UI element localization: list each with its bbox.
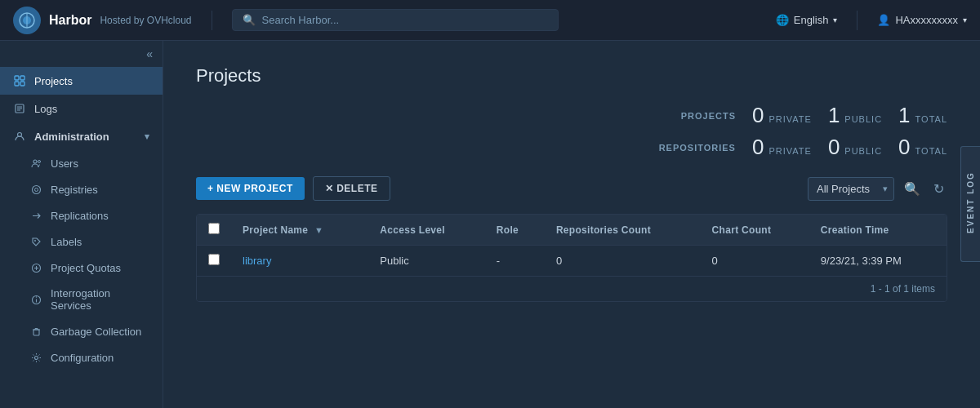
replications-icon: [29, 209, 42, 222]
new-project-button[interactable]: + NEW PROJECT: [196, 177, 305, 200]
sidebar-labels-label: Labels: [51, 236, 82, 248]
row-checkbox[interactable]: [208, 254, 220, 265]
sidebar-administration-label: Administration: [34, 131, 109, 143]
row-role: -: [485, 246, 545, 277]
column-header-access-level: Access Level: [368, 215, 485, 246]
sidebar-item-users[interactable]: Users: [0, 150, 163, 176]
sidebar-item-labels[interactable]: Labels: [0, 228, 163, 255]
svg-rect-5: [15, 82, 19, 86]
sidebar-projects-label: Projects: [34, 75, 73, 87]
projects-public-stat: 1 PUBLIC: [828, 103, 882, 128]
table-header-row: Project Name ▼ Access Level Role Reposit…: [197, 215, 947, 246]
sidebar-garbage-collection-label: Garbage Collection: [51, 326, 141, 338]
column-header-repos-count: Repositories Count: [545, 215, 701, 246]
svg-point-16: [34, 240, 36, 242]
row-chart-count: 0: [701, 246, 809, 277]
repos-total-stat: 0 TOTAL: [898, 135, 947, 160]
sidebar-item-configuration[interactable]: Configuration: [0, 344, 163, 370]
administration-icon: [13, 130, 26, 143]
projects-total-label: TOTAL: [915, 114, 947, 124]
project-name-filter-icon[interactable]: ▼: [314, 225, 323, 235]
sidebar-item-project-quotas[interactable]: Project Quotas: [0, 255, 163, 281]
garbage-collection-icon: [29, 325, 42, 338]
sidebar-item-replications[interactable]: Replications: [0, 202, 163, 228]
search-icon: 🔍: [243, 14, 256, 26]
globe-icon: 🌐: [776, 14, 789, 26]
username-label: HAxxxxxxxxx: [895, 14, 958, 26]
sidebar-collapse-button[interactable]: «: [146, 47, 153, 60]
svg-point-12: [33, 160, 37, 163]
user-icon: 👤: [877, 14, 890, 26]
sidebar-item-administration[interactable]: Administration ▾: [0, 122, 163, 150]
content-area: Projects PROJECTS 0 PRIVATE 1 PUBLIC 1: [163, 41, 980, 408]
user-divider: [857, 11, 858, 30]
event-log-label: EVENT LOG: [966, 171, 975, 233]
language-label: English: [794, 14, 829, 26]
page-title: Projects: [196, 65, 947, 86]
sidebar-replications-label: Replications: [51, 210, 109, 222]
refresh-button[interactable]: ↻: [930, 178, 947, 200]
repos-public-label: PUBLIC: [844, 146, 882, 156]
projects-private-stat: 0 PRIVATE: [752, 103, 812, 128]
filter-wrapper: All Projects Public Private: [808, 177, 894, 201]
svg-rect-23: [33, 330, 39, 335]
row-repos-count: 0: [545, 246, 701, 277]
projects-table: Project Name ▼ Access Level Role Reposit…: [197, 215, 947, 277]
user-menu[interactable]: 👤 HAxxxxxxxxx ▾: [877, 14, 967, 26]
repos-public-number: 0: [828, 135, 840, 160]
project-quotas-icon: [29, 261, 42, 274]
repos-public-stat: 0 PUBLIC: [828, 135, 882, 160]
sidebar-item-logs[interactable]: Logs: [0, 95, 163, 122]
sidebar-item-projects[interactable]: Projects: [0, 67, 163, 95]
projects-table-container: Project Name ▼ Access Level Role Reposit…: [196, 214, 947, 302]
repositories-stats-row: REPOSITORIES 0 PRIVATE 0 PUBLIC 0 TOTAL: [659, 135, 947, 160]
row-creation-time: 9/23/21, 3:39 PM: [809, 246, 947, 277]
projects-private-number: 0: [752, 103, 764, 128]
table-toolbar: + NEW PROJECT ✕ DELETE All Projects Publ…: [196, 176, 947, 201]
brand-name: Harbor: [49, 13, 91, 28]
hosted-by: Hosted by OVHcloud: [100, 15, 191, 26]
configuration-icon: [29, 351, 42, 364]
sidebar-item-interrogation-services[interactable]: Interrogation Services: [0, 281, 163, 318]
projects-total-stat: 1 TOTAL: [898, 103, 947, 128]
table-pagination: 1 - 1 of 1 items: [197, 277, 947, 301]
projects-total-number: 1: [898, 103, 910, 128]
delete-button[interactable]: ✕ DELETE: [313, 176, 390, 201]
column-header-project-name: Project Name ▼: [231, 215, 368, 246]
sidebar-interrogation-services-label: Interrogation Services: [51, 287, 149, 312]
repos-private-label: PRIVATE: [768, 146, 811, 156]
column-header-creation-time: Creation Time: [809, 215, 947, 246]
harbor-logo: [13, 7, 41, 34]
main-layout: « Projects Log: [0, 41, 980, 408]
projects-public-number: 1: [828, 103, 840, 128]
svg-point-28: [34, 356, 38, 359]
filter-area: All Projects Public Private 🔍 ↻: [808, 177, 947, 201]
topbar-right: 🌐 English ▾ 👤 HAxxxxxxxxx ▾: [776, 11, 967, 30]
svg-point-13: [38, 160, 40, 162]
svg-rect-6: [20, 82, 24, 86]
labels-icon: [29, 235, 42, 248]
project-filter-select[interactable]: All Projects Public Private: [808, 177, 894, 201]
search-bar[interactable]: 🔍: [232, 9, 559, 31]
svg-rect-3: [15, 76, 19, 80]
sidebar-logs-label: Logs: [34, 103, 57, 115]
repos-private-number: 0: [752, 135, 764, 160]
search-input[interactable]: [262, 14, 548, 26]
select-all-checkbox[interactable]: [208, 223, 220, 234]
column-header-chart-count: Chart Count: [701, 215, 809, 246]
sidebar-users-label: Users: [51, 157, 78, 170]
logs-icon: [13, 102, 26, 115]
sidebar-item-registries[interactable]: Registries: [0, 176, 163, 202]
column-header-role: Role: [485, 215, 545, 246]
sidebar-item-garbage-collection[interactable]: Garbage Collection: [0, 318, 163, 344]
search-button[interactable]: 🔍: [901, 178, 924, 200]
event-log-tab[interactable]: EVENT LOG: [960, 146, 980, 262]
lang-chevron-icon: ▾: [833, 16, 837, 24]
administration-chevron-icon: ▾: [145, 131, 149, 142]
repositories-stat-label: REPOSITORIES: [659, 143, 736, 153]
language-selector[interactable]: 🌐 English ▾: [776, 14, 838, 26]
svg-point-15: [34, 188, 38, 191]
row-checkbox-cell: [197, 246, 231, 277]
project-name-link[interactable]: library: [243, 255, 271, 267]
projects-stat-label: PROJECTS: [681, 111, 736, 121]
